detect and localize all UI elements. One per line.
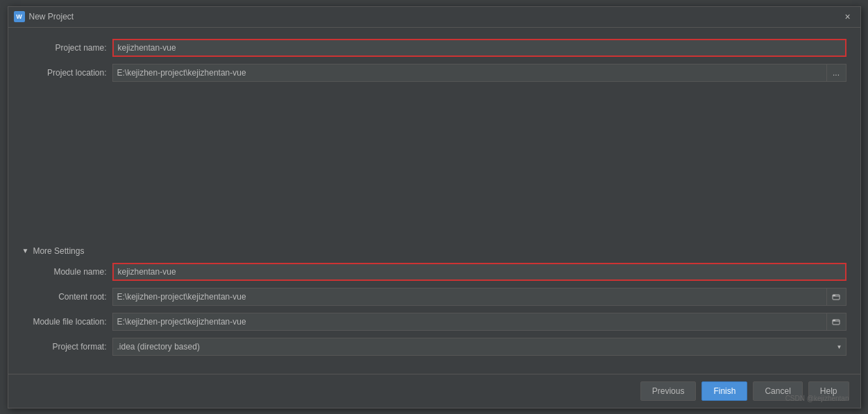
watermark: CSDN @kejizhentan	[785, 395, 849, 402]
content-root-field	[112, 288, 846, 306]
project-name-label: Project name:	[22, 43, 112, 53]
more-settings-section: ▼ More Settings Module name: Content roo…	[22, 246, 846, 363]
content-root-label: Content root:	[22, 292, 112, 302]
app-icon: W	[14, 11, 25, 22]
project-name-row: Project name:	[22, 39, 846, 57]
dialog-content: Project name: Project location: ... ▼ Mo…	[8, 28, 860, 374]
svg-rect-3	[833, 320, 835, 321]
new-project-dialog: W New Project × Project name: Project lo…	[8, 6, 861, 408]
module-name-row: Module name:	[22, 263, 846, 281]
more-settings-header[interactable]: ▼ More Settings	[22, 246, 846, 256]
svg-rect-1	[833, 295, 835, 296]
module-file-location-browse-button[interactable]	[827, 313, 846, 331]
spacer	[22, 89, 846, 241]
content-root-row: Content root:	[22, 288, 846, 306]
project-format-row: Project format: .idea (directory based)	[22, 338, 846, 356]
module-file-location-input[interactable]	[112, 313, 827, 331]
module-file-location-row: Module file location:	[22, 313, 846, 331]
project-location-browse-button[interactable]: ...	[827, 64, 846, 82]
project-format-label: Project format:	[22, 342, 112, 352]
more-settings-content: Module name: Content root:	[22, 263, 846, 363]
module-file-location-field	[112, 313, 846, 331]
more-settings-label: More Settings	[33, 246, 84, 256]
project-format-wrapper: .idea (directory based)	[112, 338, 846, 356]
title-bar: W New Project ×	[8, 7, 860, 28]
content-root-browse-button[interactable]	[827, 288, 846, 306]
dialog-title: New Project	[29, 12, 74, 21]
project-location-field: ...	[112, 64, 846, 82]
title-bar-left: W New Project	[14, 11, 74, 22]
close-button[interactable]: ×	[841, 10, 855, 24]
content-root-input[interactable]	[112, 288, 827, 306]
chevron-down-icon: ▼	[22, 247, 29, 255]
module-name-input[interactable]	[112, 263, 846, 281]
module-file-location-label: Module file location:	[22, 317, 112, 327]
project-name-input[interactable]	[112, 39, 846, 57]
dialog-footer: Previous Finish Cancel Help	[8, 374, 860, 408]
module-name-label: Module name:	[22, 267, 112, 277]
project-location-row: Project location: ...	[22, 64, 846, 82]
project-location-label: Project location:	[22, 68, 112, 78]
project-format-select[interactable]: .idea (directory based)	[112, 338, 846, 356]
previous-button[interactable]: Previous	[640, 381, 697, 401]
project-location-input[interactable]	[112, 64, 827, 82]
finish-button[interactable]: Finish	[701, 381, 747, 401]
